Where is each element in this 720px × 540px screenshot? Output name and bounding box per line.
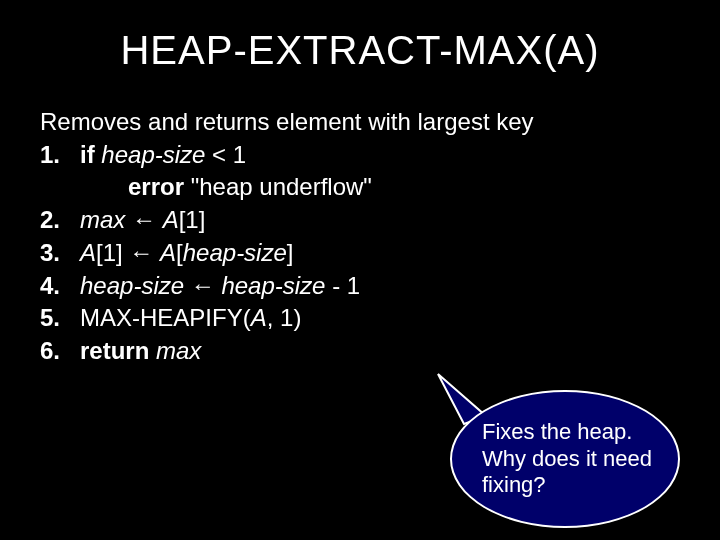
var-heap-size: heap-size — [101, 141, 205, 168]
var-heap-size: heap-size — [221, 272, 325, 299]
pseudocode-list-cont: 2. max ← A[1] 3. A[1] ← A[heap-size] 4. … — [40, 205, 680, 367]
text: MAX-HEAPIFY( — [80, 304, 251, 331]
var-max: max — [156, 337, 201, 364]
step-number: 3. — [40, 238, 80, 269]
var-heap-size: heap-size — [183, 239, 287, 266]
pseudocode-list: 1. if heap-size < 1 — [40, 140, 680, 171]
step-number: 6. — [40, 336, 80, 367]
text: [1] — [179, 206, 206, 233]
step-number: 1. — [40, 140, 80, 171]
text: - 1 — [325, 272, 360, 299]
var-max: max — [80, 206, 125, 233]
step-body: max ← A[1] — [80, 205, 680, 236]
callout: Fixes the heap. Why does it need fixing? — [430, 360, 690, 530]
text: ] — [287, 239, 294, 266]
step-body: if heap-size < 1 — [80, 140, 680, 171]
step-2: 2. max ← A[1] — [40, 205, 680, 236]
error-message: "heap underflow" — [184, 173, 372, 200]
text: [ — [176, 239, 183, 266]
step-3: 3. A[1] ← A[heap-size] — [40, 238, 680, 269]
step-4: 4. heap-size ← heap-size - 1 — [40, 271, 680, 302]
step-body: A[1] ← A[heap-size] — [80, 238, 680, 269]
step-number: 5. — [40, 303, 80, 334]
slide-content: Removes and returns element with largest… — [0, 73, 720, 367]
text: < 1 — [205, 141, 246, 168]
step-body: MAX-HEAPIFY(A, 1) — [80, 303, 680, 334]
step-5: 5. MAX-HEAPIFY(A, 1) — [40, 303, 680, 334]
callout-bubble: Fixes the heap. Why does it need fixing? — [450, 390, 680, 528]
text: [1] ← — [96, 239, 160, 266]
callout-text: Fixes the heap. Why does it need fixing? — [482, 419, 652, 498]
error-line: error "heap underflow" — [40, 172, 680, 203]
keyword-if: if — [80, 141, 95, 168]
text: ← — [184, 272, 221, 299]
step-number: 2. — [40, 205, 80, 236]
step-1: 1. if heap-size < 1 — [40, 140, 680, 171]
step-number: 4. — [40, 271, 80, 302]
slide-title: HEAP-EXTRACT-MAX(A) — [0, 0, 720, 73]
var-a: A — [251, 304, 267, 331]
var-a: A — [160, 239, 176, 266]
step-body: heap-size ← heap-size - 1 — [80, 271, 680, 302]
text: , 1) — [267, 304, 302, 331]
text: ← — [125, 206, 162, 233]
var-a: A — [80, 239, 96, 266]
keyword-return: return — [80, 337, 149, 364]
text — [149, 337, 156, 364]
var-a: A — [163, 206, 179, 233]
keyword-error: error — [128, 173, 184, 200]
subtitle: Removes and returns element with largest… — [40, 107, 680, 138]
var-heap-size: heap-size — [80, 272, 184, 299]
